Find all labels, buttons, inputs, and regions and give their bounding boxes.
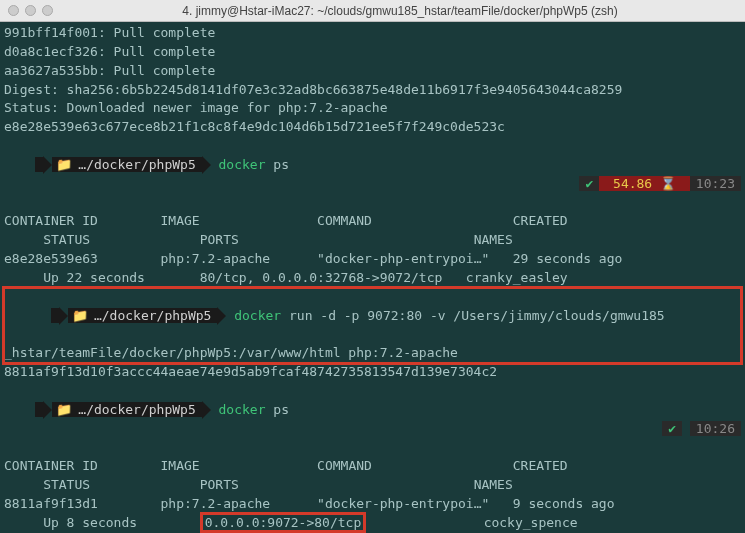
table-header: STATUS PORTS NAMES (4, 476, 741, 495)
maximize-icon[interactable] (42, 5, 53, 16)
terminal-content[interactable]: 991bff14f001: Pull complete d0a8c1ecf326… (0, 22, 745, 533)
output-line: Status: Downloaded newer image for php:7… (4, 99, 741, 118)
cwd-path: …/docker/phpWp5 (76, 402, 201, 417)
output-line: e8e28e539e63c677ece8b21f1c8c8f4e9dc104d6… (4, 118, 741, 137)
status-check-icon: ✔ (579, 176, 599, 191)
command-args: ps (273, 157, 289, 172)
titlebar: 4. jimmy@Hstar-iMac27: ~/clouds/gmwu185_… (0, 0, 745, 22)
close-icon[interactable] (8, 5, 19, 16)
time-badge: 10:26 (690, 421, 741, 436)
minimize-icon[interactable] (25, 5, 36, 16)
traffic-lights (8, 5, 53, 16)
prompt-line: 📁…/docker/phpWp5 docker ps ✔ 54.86 ⌛ 10:… (4, 137, 741, 212)
cwd-path: …/docker/phpWp5 (92, 308, 217, 323)
load-badge: 54.86 ⌛ (599, 176, 690, 191)
prompt-line: 📁…/docker/phpWp5 docker run -d -p 9072:8… (4, 288, 741, 345)
cwd-path: …/docker/phpWp5 (76, 157, 201, 172)
output-line: 8811af9f13d10f3accc44aeae74e9d5ab9fcaf48… (4, 363, 741, 382)
folder-icon: 📁 (52, 402, 76, 417)
command: docker (234, 308, 281, 323)
output-line: Digest: sha256:6b5b2245d8141df07e3c32ad8… (4, 81, 741, 100)
highlight-box: 📁…/docker/phpWp5 docker run -d -p 9072:8… (4, 288, 741, 363)
table-row: e8e28e539e63 php:7.2-apache "docker-php-… (4, 250, 741, 269)
hourglass-icon: ⌛ (660, 176, 676, 191)
command-args: run -d -p 9072:80 -v /Users/jimmy/clouds… (289, 308, 665, 323)
table-header: CONTAINER ID IMAGE COMMAND CREATED (4, 212, 741, 231)
output-line: d0a8c1ecf326: Pull complete (4, 43, 741, 62)
output-line: aa3627a535bb: Pull complete (4, 62, 741, 81)
command-args-cont: _hstar/teamFile/docker/phpWp5:/var/www/h… (4, 344, 741, 363)
prompt-line: 📁…/docker/phpWp5 docker ps ✔ 10:26 (4, 382, 741, 457)
highlight-box: 0.0.0.0:9072->80/tcp (200, 512, 367, 533)
table-header: STATUS PORTS NAMES (4, 231, 741, 250)
folder-icon: 📁 (68, 308, 92, 323)
folder-icon: 📁 (52, 157, 76, 172)
status-check-icon: ✔ (662, 421, 682, 436)
table-row: Up 8 seconds 0.0.0.0:9072->80/tcp cocky_… (4, 514, 741, 533)
table-row: Up 22 seconds 80/tcp, 0.0.0.0:32768->907… (4, 269, 741, 288)
table-row: 8811af9f13d1 php:7.2-apache "docker-php-… (4, 495, 741, 514)
command-args: ps (273, 402, 289, 417)
command: docker (219, 157, 266, 172)
window-title: 4. jimmy@Hstar-iMac27: ~/clouds/gmwu185_… (63, 4, 737, 18)
time-badge: 10:23 (690, 176, 741, 191)
table-header: CONTAINER ID IMAGE COMMAND CREATED (4, 457, 741, 476)
command: docker (219, 402, 266, 417)
output-line: 991bff14f001: Pull complete (4, 24, 741, 43)
